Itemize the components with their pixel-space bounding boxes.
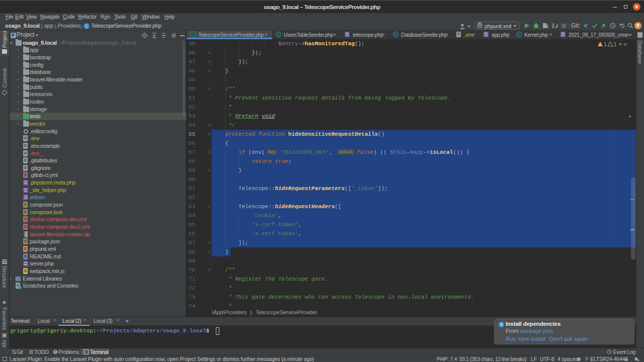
svg-text:1: 1 bbox=[614, 42, 617, 47]
svg-text:1: 1 bbox=[604, 42, 607, 47]
